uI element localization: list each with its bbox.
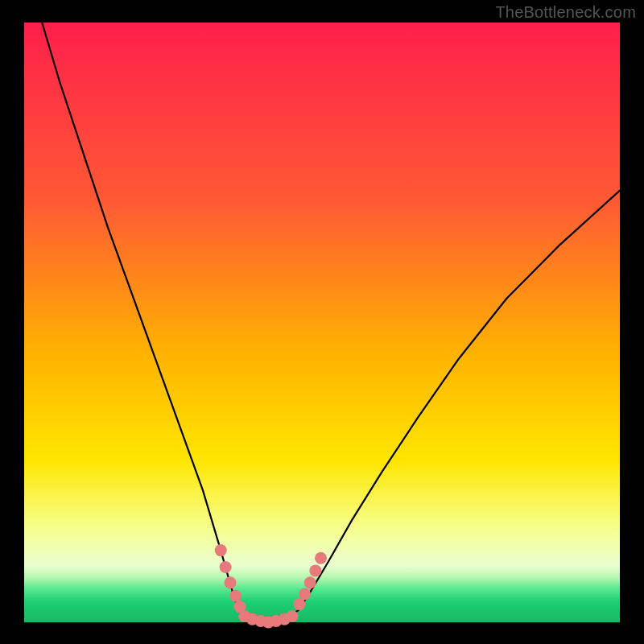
right-ascent-marker	[304, 576, 316, 588]
right-ascent-marker	[315, 552, 327, 564]
bottom-flat-marker	[287, 610, 299, 622]
watermark-text: TheBottleneck.com	[495, 3, 636, 22]
plot-background	[24, 23, 620, 622]
right-ascent-marker	[299, 588, 311, 601]
left-descent-marker	[225, 576, 237, 588]
left-descent-marker	[215, 544, 227, 556]
chart-frame: { "watermark": "TheBottleneck.com", "col…	[0, 0, 644, 644]
right-ascent-marker	[309, 564, 321, 576]
left-descent-marker	[229, 590, 242, 602]
bottleneck-chart	[0, 0, 644, 644]
left-descent-marker	[220, 561, 232, 573]
